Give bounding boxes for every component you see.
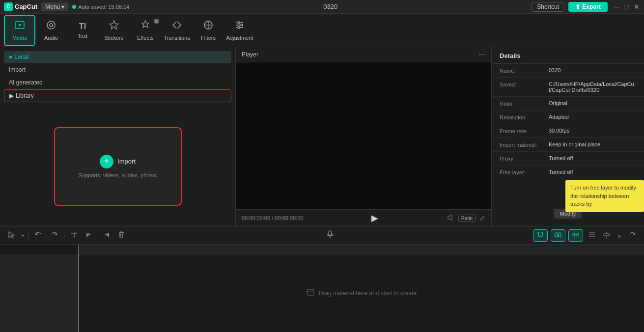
import-label: Import xyxy=(117,158,136,165)
adjustment-icon xyxy=(234,20,245,33)
divider1 xyxy=(28,232,28,240)
import-box[interactable]: + Import Supports: videos, audios, photo… xyxy=(54,127,182,206)
toolbar-item-media[interactable]: Media xyxy=(4,15,35,46)
toolbar-item-adjustment[interactable]: Adjustment xyxy=(224,15,255,46)
undo-button[interactable] xyxy=(32,230,44,242)
stickers-label: Stickers xyxy=(104,35,123,41)
player-title: Player xyxy=(242,51,258,58)
divider2 xyxy=(64,232,64,240)
magnet-button[interactable] xyxy=(533,229,548,242)
timeline-tracks: Drag material here and start to create xyxy=(0,254,644,332)
detail-row-import-material: Import material: Keep in original place xyxy=(492,138,644,152)
toolbar-item-transitions[interactable]: Transitions xyxy=(161,15,193,46)
mic-button[interactable] xyxy=(326,230,335,241)
detail-label-freelayer: Free layer: xyxy=(500,169,549,175)
autosave-status: Auto saved: 15:08:14 xyxy=(72,4,129,10)
autosave-dot-icon xyxy=(72,5,76,9)
tooltip-box: Turn on free layer to modify the relatio… xyxy=(565,180,644,212)
delete-button[interactable] xyxy=(115,230,127,242)
detail-value-saved: C:/Users/HP/AppData/Local/CapCut/CapCut … xyxy=(549,81,636,93)
redo-button[interactable] xyxy=(48,230,60,242)
export-icon: ⬆ xyxy=(575,3,580,10)
detail-label-framerate: Frame rate: xyxy=(500,128,549,134)
filters-icon xyxy=(203,20,214,33)
detail-value-name: 0320 xyxy=(549,67,636,73)
timeline-ruler xyxy=(79,245,644,254)
detail-label-import-material: Import material: xyxy=(500,141,549,148)
maximize-button[interactable]: □ xyxy=(623,3,630,10)
window-controls: ─ □ ✕ xyxy=(614,3,640,10)
timeline-playhead xyxy=(79,245,79,332)
close-button[interactable]: ✕ xyxy=(633,3,640,10)
detail-label-proxy: Proxy: xyxy=(500,155,549,162)
link-button[interactable] xyxy=(568,229,583,242)
edit-button[interactable] xyxy=(601,230,613,241)
split-audio-button[interactable] xyxy=(551,229,565,242)
split-button[interactable] xyxy=(68,230,80,242)
detail-label-resolution: Resolution: xyxy=(500,114,549,120)
svg-marker-4 xyxy=(110,21,118,29)
player-controls: 00:00:00:00 / 00:00:00:00 ▶ Ratio ⤢ xyxy=(236,209,491,226)
select-dropdown-arrow[interactable]: ▾ xyxy=(22,233,24,238)
app-name: CapCut xyxy=(15,3,37,10)
toolbar: Media Audio TI Text Stickers 5 E xyxy=(0,14,644,47)
toolbar-item-text[interactable]: TI Text xyxy=(67,15,98,46)
select-tool-button[interactable] xyxy=(6,230,18,242)
tooltip-text: Turn on free layer to modify the relatio… xyxy=(570,185,636,207)
align-button[interactable] xyxy=(586,230,598,241)
detail-row-proxy: Proxy: Turned off xyxy=(492,152,644,166)
detail-row-framerate: Frame rate: 30.00fps xyxy=(492,124,644,138)
app-logo: C CapCut xyxy=(4,2,37,11)
svg-rect-29 xyxy=(559,233,561,237)
toolbar-item-audio[interactable]: Audio xyxy=(35,15,67,46)
svg-marker-5 xyxy=(142,21,149,28)
player-sound-button[interactable] xyxy=(447,214,454,223)
nav-item-ai-generated[interactable]: AI generated xyxy=(4,77,231,88)
detail-row-resolution: Resolution: Adapted xyxy=(492,111,644,124)
transitions-icon xyxy=(171,20,182,33)
svg-rect-28 xyxy=(555,233,558,237)
project-name: 0320 xyxy=(133,3,528,10)
left-nav: ● Local Import AI generated ▶ Library xyxy=(0,47,235,106)
toolbar-item-stickers[interactable]: Stickers xyxy=(98,15,130,46)
undo-history-button[interactable] xyxy=(626,230,638,241)
menu-button[interactable]: Menu ▾ xyxy=(41,2,68,11)
effects-label: Effects xyxy=(137,35,153,41)
media-icon xyxy=(14,20,25,33)
adjustment-label: Adjustment xyxy=(226,35,253,41)
local-dot: ● xyxy=(9,54,12,60)
minimize-button[interactable]: ─ xyxy=(614,3,620,10)
svg-rect-30 xyxy=(573,233,575,236)
nav-item-local[interactable]: ● Local xyxy=(4,51,231,63)
nav-item-library[interactable]: ▶ Library xyxy=(4,89,231,102)
toolbar-item-filters[interactable]: Filters xyxy=(193,15,224,46)
svg-point-11 xyxy=(238,27,240,28)
player-play-button[interactable]: ▶ xyxy=(371,213,378,223)
ratio-badge[interactable]: Ratio xyxy=(458,215,476,222)
svg-point-3 xyxy=(50,24,53,27)
detail-value-framerate: 30.00fps xyxy=(549,128,636,134)
player-fullscreen-button[interactable]: ⤢ xyxy=(479,214,485,222)
trim-right-button[interactable] xyxy=(100,230,112,242)
detail-label-ratio: Ratio: xyxy=(500,100,549,107)
audio-label: Audio xyxy=(44,35,58,41)
trim-left-button[interactable] xyxy=(84,230,96,242)
text-label: Text xyxy=(78,33,87,39)
export-button[interactable]: ⬆ Export xyxy=(568,2,608,12)
toolbar-item-effects[interactable]: 5 Effects xyxy=(130,15,161,46)
shortcut-button[interactable]: Shortcut xyxy=(532,2,564,12)
detail-row-ratio: Ratio: Original xyxy=(492,97,644,111)
more-button[interactable]: ● xyxy=(616,231,623,241)
logo-icon: C xyxy=(4,2,13,11)
detail-label-name: Name: xyxy=(500,67,549,74)
filters-label: Filters xyxy=(201,35,216,41)
nav-item-import[interactable]: Import xyxy=(4,64,231,76)
detail-value-proxy: Turned off xyxy=(549,155,636,161)
drag-icon xyxy=(306,288,315,299)
detail-value-ratio: Original xyxy=(549,100,636,106)
timeline-left-tools: ▾ xyxy=(6,230,127,242)
timeline-toolbar: ▾ xyxy=(0,227,644,245)
svg-point-9 xyxy=(238,22,240,24)
svg-point-10 xyxy=(241,24,243,26)
player-menu-button[interactable]: ··· xyxy=(479,50,485,59)
